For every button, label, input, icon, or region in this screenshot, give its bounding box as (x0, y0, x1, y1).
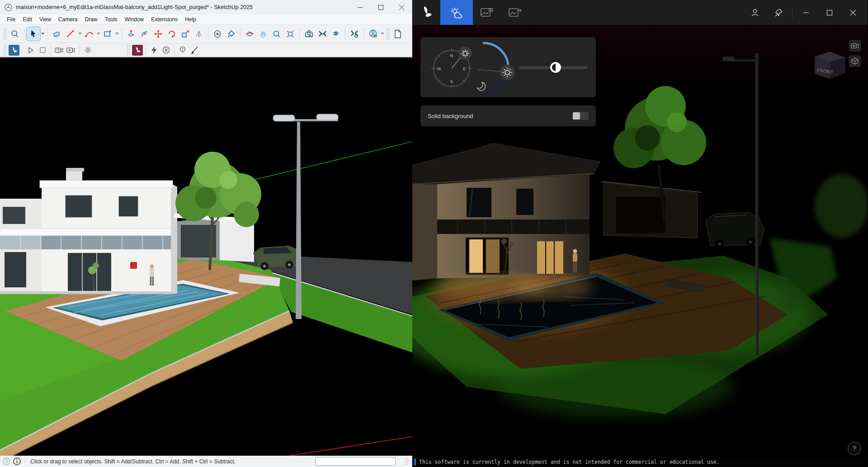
render-play-button[interactable] (25, 45, 37, 56)
view-cube[interactable]: FRONT (811, 49, 849, 81)
geolocation-icon[interactable] (3, 457, 10, 465)
pan-tool-button[interactable] (256, 27, 270, 41)
paint-bucket-button[interactable] (224, 27, 238, 41)
toolbar-grip[interactable] (127, 44, 130, 56)
camera-close-icon (66, 47, 75, 53)
render-app-window: N E S W (412, 0, 868, 467)
select-tool-button[interactable] (27, 27, 40, 41)
sun-elevation-arc[interactable] (477, 43, 515, 92)
disclaimer-text: This software is currently in developmen… (419, 459, 720, 465)
menu-extensions[interactable]: Extensions (148, 15, 181, 24)
chevron-down-icon (78, 33, 82, 35)
render-viewport-canvas[interactable]: N E S W (412, 25, 868, 457)
renderer-alt-button[interactable] (132, 45, 143, 56)
offset-tool-button[interactable] (138, 27, 151, 41)
help-button[interactable]: ? (848, 442, 861, 455)
extension-warehouse-button[interactable] (316, 27, 329, 41)
compass-east-label: E (463, 67, 466, 71)
render-settings-button[interactable] (82, 45, 94, 56)
sketchup-viewport-canvas[interactable] (0, 57, 412, 455)
search-button[interactable] (8, 27, 22, 41)
render-stop-button[interactable] (37, 45, 48, 56)
minimize-button[interactable] (796, 4, 816, 22)
menu-window[interactable]: Window (122, 15, 147, 24)
menu-file[interactable]: File (4, 15, 19, 24)
account-dropdown[interactable] (380, 27, 385, 41)
menu-edit[interactable]: Edit (19, 15, 35, 24)
sync-camera-button[interactable] (53, 45, 65, 56)
menu-draw[interactable]: Draw (82, 15, 101, 24)
rectangle-tool-dropdown[interactable] (114, 27, 119, 41)
select-tool-dropdown[interactable] (40, 27, 45, 41)
boost-button[interactable] (148, 45, 160, 56)
menu-tools[interactable]: Tools (102, 15, 121, 24)
arc-icon (85, 29, 94, 38)
disable-render-button[interactable] (160, 45, 172, 56)
account-button[interactable] (745, 4, 765, 22)
extension-manager-button[interactable] (348, 27, 361, 41)
isolate-view-button[interactable] (849, 55, 861, 67)
eraser-tool-button[interactable] (50, 27, 64, 41)
tab-renderer-logo[interactable] (412, 0, 440, 25)
resize-grip[interactable] (405, 458, 409, 465)
daylight-slider[interactable] (519, 66, 588, 69)
styles-button[interactable] (211, 27, 224, 41)
menu-camera[interactable]: Camera (55, 15, 81, 24)
camera-reset-button[interactable] (849, 40, 861, 52)
sun-compass[interactable]: N E S W (431, 47, 472, 89)
paint-button[interactable] (189, 45, 200, 56)
sun-elevation-handle[interactable] (500, 65, 515, 80)
light-button[interactable] (177, 45, 189, 56)
daylight-slider-handle[interactable] (550, 62, 561, 73)
tab-image-adjustments[interactable] (473, 0, 501, 25)
detach-camera-button[interactable] (65, 45, 77, 56)
offset-icon (140, 29, 149, 38)
rotate-tool-button[interactable] (165, 27, 179, 41)
account-icon (368, 29, 378, 38)
move-icon (154, 29, 163, 38)
toolbar-grip[interactable] (3, 28, 7, 40)
sun-azimuth-handle[interactable] (458, 47, 472, 60)
compass-south-label: S (450, 79, 453, 84)
renderer-launch-button[interactable] (8, 45, 20, 56)
publish-model-button[interactable] (329, 27, 343, 41)
measurements-input[interactable] (315, 457, 396, 466)
toolbar-grip[interactable] (3, 44, 7, 56)
line-tool-dropdown[interactable] (77, 27, 82, 41)
rectangle-tool-button[interactable] (101, 27, 114, 41)
line-tool-button[interactable] (64, 27, 77, 41)
menu-help[interactable]: Help (182, 15, 199, 24)
solid-background-toggle[interactable] (572, 112, 589, 120)
new-document-button[interactable] (391, 27, 405, 41)
push-pull-tool-button[interactable] (124, 27, 138, 41)
close-button[interactable] (843, 4, 863, 22)
arc-tool-dropdown[interactable] (96, 27, 101, 41)
tab-environment[interactable] (440, 0, 473, 25)
move-tool-button[interactable] (151, 27, 165, 41)
account-button[interactable] (366, 27, 380, 41)
maximize-button[interactable] (370, 0, 391, 14)
toolbar-grip[interactable] (386, 28, 390, 40)
tape-measure-tool-button[interactable] (192, 27, 206, 41)
zoom-extents-button[interactable] (283, 27, 297, 41)
chevron-down-icon (381, 33, 384, 35)
extension-manager-icon (350, 29, 359, 38)
zoom-tool-button[interactable] (270, 27, 283, 41)
pin-button[interactable] (769, 4, 788, 22)
close-button[interactable] (391, 0, 412, 14)
toolbar-separator (345, 28, 345, 40)
minimize-button[interactable] (349, 0, 370, 14)
warehouse-3d-button[interactable] (302, 27, 316, 41)
orbit-icon (245, 29, 254, 38)
gear-icon (84, 46, 92, 54)
sketchup-statusbar: Click or drag to select objects. Shift =… (0, 455, 412, 467)
chevron-down-icon (115, 33, 119, 35)
scale-tool-button[interactable] (179, 27, 192, 41)
orbit-tool-button[interactable] (243, 27, 256, 41)
tab-image-export[interactable] (501, 0, 529, 25)
menu-view[interactable]: View (36, 15, 54, 24)
arc-tool-button[interactable] (82, 27, 96, 41)
maximize-button[interactable] (820, 4, 840, 22)
info-icon[interactable] (13, 457, 21, 465)
scale-icon (181, 29, 190, 38)
